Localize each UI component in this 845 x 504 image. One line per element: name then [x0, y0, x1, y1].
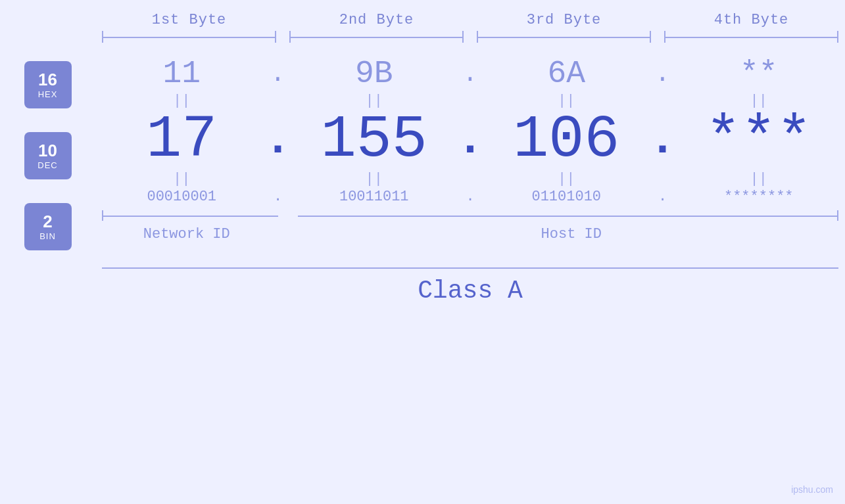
- bin-b3: 01101010: [531, 189, 601, 205]
- eq2-b2: ||: [288, 171, 461, 187]
- class-section: Class A: [0, 267, 845, 305]
- bottom-brackets-row: [95, 210, 845, 221]
- class-bracket-line: [102, 267, 838, 269]
- hex-badge: 16 HEX: [24, 61, 72, 108]
- bracket-4: [664, 31, 838, 43]
- bin-badge-label: BIN: [39, 231, 56, 241]
- network-id-label: Network ID: [95, 226, 278, 242]
- bin-dot3: .: [653, 189, 673, 205]
- rows-section: 16 HEX 10 DEC 2 BIN 11 .: [0, 49, 845, 262]
- dec-b4: ***: [706, 110, 812, 170]
- dec-dot3: .: [653, 114, 673, 166]
- bracket-1: [102, 31, 276, 43]
- dec-b1-cell: 17: [95, 110, 268, 170]
- hex-dot2: .: [460, 60, 480, 88]
- bin-row: 00010001 . 10011011 . 01101010 .: [95, 189, 845, 205]
- hex-b3-cell: 6A: [480, 56, 653, 91]
- hex-b2-cell: 9B: [288, 56, 461, 91]
- bin-b3-cell: 01101010: [480, 189, 653, 205]
- network-bracket: [95, 210, 278, 221]
- bin-b2-cell: 10011011: [288, 189, 461, 205]
- data-columns: 11 . 9B . 6A . **: [95, 49, 845, 262]
- eq2-b3: ||: [480, 171, 653, 187]
- badges-column: 16 HEX 10 DEC 2 BIN: [0, 49, 95, 262]
- bin-badge-num: 2: [43, 212, 52, 231]
- dec-b3: 106: [513, 110, 619, 170]
- hex-badge-num: 16: [38, 70, 57, 89]
- bin-b1-cell: 00010001: [95, 189, 268, 205]
- dec-b2: 155: [321, 110, 427, 170]
- hex-dot3: .: [653, 60, 673, 88]
- eq2-b1: ||: [95, 171, 268, 187]
- hex-badge-label: HEX: [38, 89, 58, 99]
- host-bracket: [298, 210, 846, 221]
- dec-row: 17 . 155 . 106 . ***: [95, 110, 845, 170]
- byte4-header: 4th Byte: [658, 12, 845, 28]
- hex-dot1: .: [268, 60, 288, 88]
- host-id-label: Host ID: [298, 226, 846, 242]
- hex-b1: 11: [162, 56, 201, 91]
- bin-b4: ********: [724, 189, 794, 205]
- class-label: Class A: [95, 277, 845, 305]
- watermark: ipshu.com: [791, 484, 833, 495]
- main-container: 1st Byte 2nd Byte 3rd Byte 4th Byte 16 H…: [0, 0, 845, 504]
- hex-b2: 9B: [355, 56, 393, 91]
- dec-badge-label: DEC: [37, 160, 57, 170]
- dec-b3-cell: 106: [480, 110, 653, 170]
- bin-b4-cell: ********: [673, 189, 846, 205]
- dec-badge: 10 DEC: [24, 132, 72, 179]
- bin-b2: 10011011: [339, 189, 409, 205]
- hex-b4: **: [740, 56, 778, 91]
- hex-b1-cell: 11: [95, 56, 268, 91]
- bin-badge: 2 BIN: [24, 203, 72, 250]
- byte2-header: 2nd Byte: [283, 12, 470, 28]
- eq2-b4: ||: [673, 171, 846, 187]
- id-labels: Network ID Host ID: [95, 226, 845, 242]
- dec-dot2: .: [460, 114, 480, 166]
- hex-row: 11 . 9B . 6A . **: [95, 56, 845, 91]
- hex-b3: 6A: [547, 56, 585, 91]
- hex-b4-cell: **: [673, 56, 846, 91]
- dec-dot1: .: [268, 114, 288, 166]
- byte1-header: 1st Byte: [95, 12, 283, 28]
- bracket-3: [477, 31, 651, 43]
- dec-badge-num: 10: [38, 141, 57, 160]
- dec-b4-cell: ***: [673, 110, 846, 170]
- bin-dot2: .: [460, 189, 480, 205]
- bracket-2: [289, 31, 464, 43]
- dec-b1: 17: [146, 110, 217, 170]
- byte3-header: 3rd Byte: [470, 12, 658, 28]
- byte-headers: 1st Byte 2nd Byte 3rd Byte 4th Byte: [0, 12, 845, 28]
- dec-b2-cell: 155: [288, 110, 461, 170]
- bin-dot1: .: [268, 189, 288, 205]
- bin-b1: 00010001: [147, 189, 216, 205]
- top-brackets: [0, 31, 845, 43]
- equals-row-2: || || || ||: [95, 171, 845, 187]
